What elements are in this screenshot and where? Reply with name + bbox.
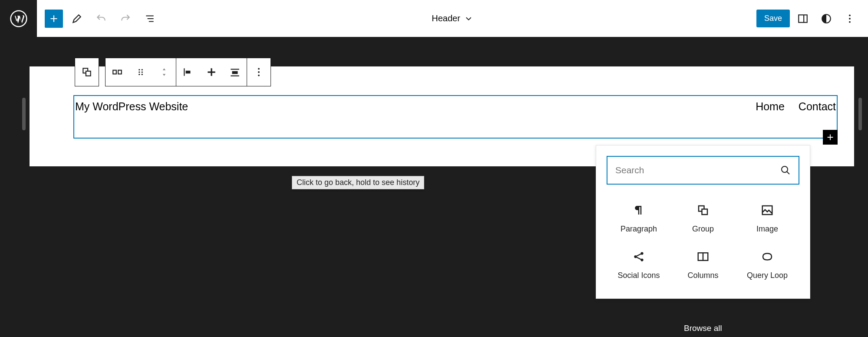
row-icon	[112, 66, 123, 78]
svg-line-26	[787, 172, 789, 174]
list-view-button[interactable]	[139, 8, 160, 29]
row-layout-button[interactable]	[106, 58, 129, 86]
share-icon	[632, 250, 645, 263]
svg-point-25	[782, 166, 788, 172]
wordpress-icon	[10, 10, 27, 27]
svg-rect-20	[232, 71, 238, 74]
group-icon	[696, 204, 710, 217]
block-image[interactable]: Image	[735, 199, 799, 241]
undo-icon	[96, 13, 107, 24]
align-button[interactable]	[200, 58, 223, 86]
svg-point-22	[258, 68, 260, 69]
undo-button[interactable]	[91, 8, 112, 29]
block-social-icons[interactable]: Social Icons	[607, 246, 671, 288]
pencil-icon	[71, 13, 83, 24]
svg-rect-1	[799, 15, 807, 22]
back-button-tooltip: Click to go back, hold to see history	[292, 176, 424, 189]
block-columns[interactable]: Columns	[671, 246, 735, 288]
redo-icon	[120, 13, 131, 24]
block-toolbar	[75, 58, 271, 86]
svg-point-5	[849, 18, 851, 20]
topbar-left-tools	[45, 8, 160, 29]
plus-icon	[48, 13, 59, 24]
svg-point-6	[849, 21, 851, 23]
redo-button[interactable]	[115, 8, 136, 29]
sidebar-icon	[797, 13, 809, 24]
query-loop-icon	[761, 250, 774, 263]
nav-link-home[interactable]: Home	[756, 100, 785, 113]
block-options-button[interactable]	[247, 58, 271, 86]
svg-point-11	[139, 69, 140, 70]
svg-point-15	[139, 74, 140, 75]
block-paragraph[interactable]: Paragraph	[607, 199, 671, 241]
block-inserter-popover: Paragraph Group Image Social Icons Colum…	[596, 145, 810, 299]
move-block-button[interactable]	[152, 58, 176, 86]
block-type-button[interactable]	[75, 58, 99, 86]
svg-rect-18	[186, 71, 191, 74]
editor-topbar: Header Save	[37, 0, 868, 37]
resize-handle-right[interactable]	[858, 98, 862, 130]
list-view-icon	[144, 13, 155, 24]
svg-rect-10	[118, 70, 122, 74]
svg-point-16	[142, 74, 143, 75]
nav-link-contact[interactable]: Contact	[799, 100, 836, 113]
svg-rect-8	[86, 71, 91, 76]
svg-rect-28	[702, 209, 708, 215]
save-button[interactable]: Save	[756, 10, 790, 27]
justify-icon	[182, 66, 194, 78]
topbar-right-tools: Save	[756, 8, 860, 29]
resize-handle-left[interactable]	[22, 98, 26, 130]
drag-icon	[135, 66, 146, 78]
add-block-inline-button[interactable]	[823, 130, 838, 145]
svg-point-4	[849, 14, 851, 16]
svg-rect-9	[113, 70, 116, 74]
plus-icon	[825, 132, 835, 142]
group-icon	[81, 66, 92, 78]
more-options-button[interactable]	[839, 8, 860, 29]
tools-button[interactable]	[66, 8, 87, 29]
drag-handle[interactable]	[129, 58, 152, 86]
svg-point-13	[139, 71, 140, 73]
block-query-loop[interactable]: Query Loop	[735, 246, 799, 288]
inserter-blocks-grid: Paragraph Group Image Social Icons Colum…	[607, 199, 799, 288]
search-input[interactable]	[615, 165, 780, 175]
image-icon	[761, 204, 774, 217]
width-icon	[229, 66, 241, 78]
browse-all-button[interactable]: Browse all	[684, 324, 722, 333]
move-icon	[158, 66, 170, 78]
more-vertical-icon	[253, 66, 264, 78]
settings-sidebar-toggle[interactable]	[792, 8, 813, 29]
wp-logo-button[interactable]	[0, 0, 37, 37]
block-group[interactable]: Group	[671, 199, 735, 241]
columns-icon	[696, 250, 710, 263]
styles-button[interactable]	[816, 8, 837, 29]
site-title-block[interactable]: My WordPress Website	[75, 100, 188, 113]
chevron-down-icon	[464, 14, 473, 23]
more-vertical-icon	[844, 13, 855, 24]
template-selector[interactable]: Header	[432, 13, 473, 23]
navigation-block[interactable]: Home Contact	[756, 100, 836, 113]
template-label: Header	[432, 13, 460, 23]
svg-point-24	[258, 75, 260, 76]
svg-point-23	[258, 71, 260, 73]
width-button[interactable]	[223, 58, 247, 86]
align-icon	[206, 66, 217, 78]
styles-icon	[821, 13, 832, 24]
svg-point-12	[142, 69, 143, 70]
search-icon	[780, 165, 791, 175]
block-inserter-toggle[interactable]	[45, 10, 63, 28]
svg-point-14	[142, 71, 143, 73]
justify-button[interactable]	[176, 58, 200, 86]
inserter-search-field[interactable]	[607, 156, 799, 185]
header-row-block[interactable]: My WordPress Website Home Contact	[73, 95, 838, 139]
paragraph-icon	[632, 204, 645, 217]
